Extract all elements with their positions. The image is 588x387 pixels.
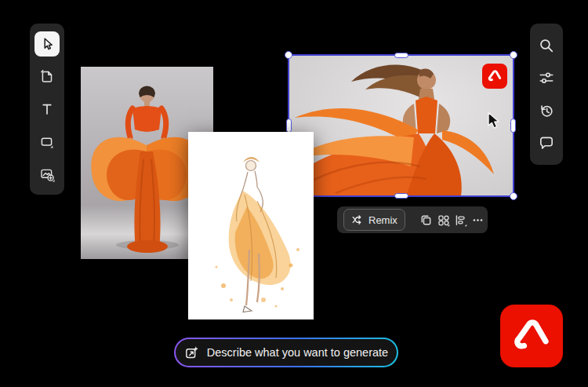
selection-handle-bottom[interactable] (394, 193, 408, 199)
remix-label: Remix (368, 214, 397, 226)
remix-button[interactable]: Remix (343, 209, 405, 231)
select-cursor-icon (39, 36, 55, 52)
history-icon (538, 102, 555, 119)
shapes-tool-icon (39, 134, 55, 150)
right-toolbar (530, 24, 563, 165)
document-page-icon (39, 68, 55, 84)
history-button[interactable] (536, 100, 557, 121)
selection-handle-left[interactable] (286, 119, 292, 133)
selection-handle-right[interactable] (510, 119, 516, 133)
tool-select[interactable] (34, 31, 60, 57)
selection-handle-top[interactable] (394, 53, 408, 58)
selection-handle-top-right[interactable] (510, 51, 517, 59)
generate-input[interactable]: Describe what you want to generate (176, 339, 397, 366)
arrange-button[interactable] (437, 210, 450, 229)
app-canvas: Remix (0, 0, 588, 387)
more-options-icon (471, 214, 485, 227)
duplicate-icon (419, 214, 433, 227)
align-button[interactable] (454, 210, 467, 229)
search-icon (538, 37, 555, 54)
selection-frame[interactable] (288, 54, 514, 197)
tool-shapes[interactable] (34, 130, 60, 155)
tool-media[interactable] (34, 162, 60, 187)
search-button[interactable] (536, 35, 557, 56)
tool-document[interactable] (34, 64, 60, 89)
text-tool-icon (39, 101, 55, 117)
more-options-button[interactable] (471, 210, 485, 229)
comment-icon (538, 134, 555, 152)
tool-text[interactable] (34, 97, 60, 122)
adobe-express-logo (500, 305, 563, 367)
selection-handle-top-left[interactable] (285, 51, 292, 59)
selection-toolbar: Remix (337, 206, 488, 233)
generate-bar[interactable]: Describe what you want to generate (174, 338, 398, 367)
align-icon (454, 214, 467, 227)
remix-shuffle-icon (351, 214, 364, 226)
canvas-image-sketch[interactable] (188, 132, 314, 319)
selection-handle-bottom-right[interactable] (510, 192, 517, 200)
generate-placeholder: Describe what you want to generate (207, 346, 388, 359)
adjustments-button[interactable] (536, 68, 557, 88)
left-toolbar (30, 24, 64, 195)
arrange-grid-icon (437, 214, 450, 227)
generate-image-icon (184, 345, 199, 360)
duplicate-button[interactable] (419, 210, 433, 229)
mouse-cursor (487, 111, 501, 130)
adobe-express-logo-icon (510, 315, 553, 357)
comment-button[interactable] (536, 133, 557, 153)
adjustments-icon (538, 69, 555, 86)
add-media-icon (39, 166, 55, 182)
